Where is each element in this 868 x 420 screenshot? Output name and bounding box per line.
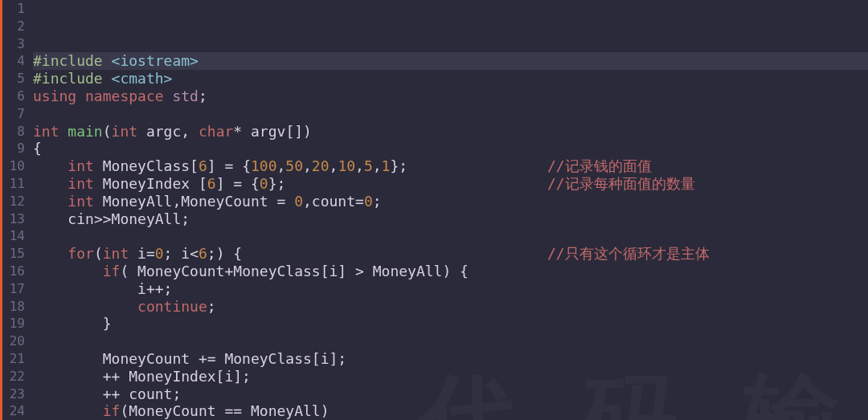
line-number: 15 <box>2 245 28 263</box>
code-token <box>33 210 68 227</box>
code-token: 1 <box>382 157 391 174</box>
code-token: ++ <box>103 385 129 402</box>
code-token <box>33 298 137 315</box>
line-number: 10 <box>2 157 28 175</box>
code-token: ; <box>164 280 173 297</box>
code-line[interactable]: ++ MoneyIndex[i]; <box>33 368 868 385</box>
code-token: ;) { <box>207 245 242 262</box>
code-line[interactable]: MoneyCount += MoneyClass[i]; <box>33 350 868 368</box>
line-number: 23 <box>2 385 28 403</box>
code-token: MoneyClass <box>103 157 190 174</box>
code-line[interactable]: int MoneyClass[6] = {100,50,20,10,5,1};/… <box>33 157 868 175</box>
code-token: ( <box>94 245 103 262</box>
code-token: i <box>181 245 190 262</box>
line-number: 12 <box>2 193 28 210</box>
line-number: 20 <box>2 332 28 350</box>
code-token: }; <box>390 157 407 174</box>
line-number: 17 <box>2 280 28 298</box>
code-line[interactable]: } <box>33 315 868 332</box>
line-number: 4 <box>2 52 28 70</box>
code-token: [ <box>190 157 199 174</box>
code-token: 20 <box>312 157 330 174</box>
code-comment: //记录钱的面值 <box>547 157 652 175</box>
code-token: 5 <box>364 157 373 174</box>
code-line[interactable]: cin>>MoneyAll; <box>33 210 868 228</box>
code-token: using <box>33 88 85 104</box>
code-line[interactable] <box>33 332 868 350</box>
code-token: if <box>103 402 121 419</box>
code-area[interactable]: 代 码 输 #include <iostream>#include <cmath… <box>28 0 868 420</box>
line-number: 9 <box>2 140 28 157</box>
code-line[interactable]: #include <cmath> <box>33 70 868 88</box>
code-token: * <box>233 123 251 140</box>
code-token: [ <box>321 263 330 279</box>
line-number: 16 <box>2 263 28 280</box>
code-token: ( <box>120 263 137 279</box>
code-token: MoneyIndex <box>129 368 215 385</box>
line-number: 11 <box>2 175 28 193</box>
code-line[interactable]: int MoneyIndex [6] = {0};//记录每种面值的数量 <box>33 175 868 193</box>
code-line[interactable] <box>33 105 868 123</box>
code-token: } <box>103 315 112 332</box>
code-token: i <box>137 280 146 297</box>
code-line[interactable]: int main(int argc, char* argv[]) <box>33 123 868 141</box>
line-number: 2 <box>2 18 28 35</box>
code-token: ) { <box>442 263 469 279</box>
code-token: ; <box>164 245 182 262</box>
code-token: argc <box>146 123 181 140</box>
code-token: , <box>330 157 338 174</box>
code-token: , <box>355 157 364 174</box>
code-line[interactable]: for(int i=0; i<6;) {//只有这个循环才是主体 <box>33 245 868 263</box>
code-token: for <box>68 245 94 262</box>
code-token: main <box>68 123 102 140</box>
code-token: i <box>321 350 330 367</box>
code-token: , <box>303 193 312 210</box>
code-token: 100 <box>251 157 277 174</box>
line-number: 18 <box>2 298 28 316</box>
code-token: ]; <box>233 368 251 385</box>
code-token: = <box>146 245 155 262</box>
code-editor[interactable]: 123456789101112131415161718192021222324 … <box>0 0 868 420</box>
code-token <box>33 245 68 262</box>
code-line[interactable]: i++; <box>33 280 868 298</box>
code-line[interactable]: if(MoneyCount == MoneyAll) <box>33 402 868 420</box>
code-line[interactable] <box>33 227 868 245</box>
code-token: ; <box>181 210 190 227</box>
code-token: , <box>276 157 285 174</box>
code-token: int <box>112 123 146 140</box>
line-number: 19 <box>2 315 28 332</box>
code-token <box>33 402 103 419</box>
code-token <box>33 385 103 402</box>
line-number: 22 <box>2 368 28 385</box>
code-line[interactable]: #include <iostream> <box>33 52 868 70</box>
code-token: MoneyCount <box>103 350 199 367</box>
code-token: ] = { <box>216 175 260 192</box>
code-token: 0 <box>155 245 164 262</box>
code-line[interactable]: if( MoneyCount+MoneyClass[i] > MoneyAll)… <box>33 263 868 280</box>
code-token: int <box>68 175 102 192</box>
code-token <box>33 175 68 192</box>
code-token: += <box>199 350 225 367</box>
code-line[interactable]: continue; <box>33 298 868 316</box>
code-token: ; <box>207 298 216 315</box>
code-line[interactable]: int MoneyAll,MoneyCount = 0,count=0; <box>33 193 868 210</box>
code-token: 50 <box>285 157 303 174</box>
code-token: int <box>68 193 102 210</box>
code-token: , <box>303 157 312 174</box>
code-token: cin <box>68 210 94 227</box>
code-token <box>33 157 68 174</box>
line-number: 3 <box>2 35 28 53</box>
code-line[interactable]: ++ count; <box>33 385 868 403</box>
code-token: MoneyAll <box>251 402 321 419</box>
line-number: 7 <box>2 105 28 123</box>
code-token: 6 <box>199 157 207 174</box>
code-line[interactable]: { <box>33 140 868 157</box>
code-token: 0 <box>260 175 268 192</box>
line-number: 24 <box>2 402 28 420</box>
code-token <box>33 263 103 279</box>
code-token: [ <box>216 368 225 385</box>
code-line[interactable]: using namespace std; <box>33 88 868 105</box>
code-token: MoneyAll <box>103 193 173 210</box>
code-token: ++ <box>103 368 129 385</box>
code-token: count <box>312 193 355 210</box>
